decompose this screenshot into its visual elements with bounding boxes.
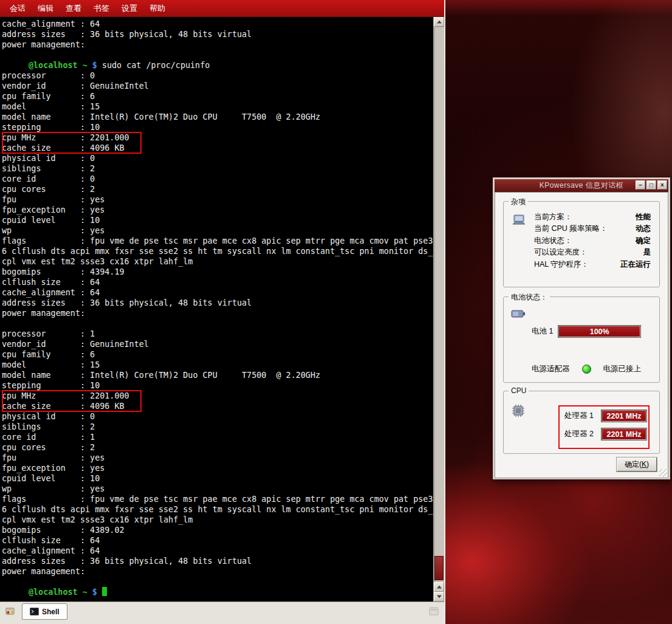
terminal-line: fpu_exception : yes (2, 463, 433, 473)
adapter-led-icon (582, 365, 591, 374)
terminal-scrollbar[interactable] (433, 17, 444, 602)
cpu-frequency-bar: 2201 MHz (601, 410, 647, 422)
terminal-line: siblings : 2 (2, 422, 433, 432)
menu-item[interactable]: 编辑 (32, 0, 60, 16)
terminal-line: cache size : 4096 KB (2, 143, 433, 153)
terminal-line: cpu MHz : 2201.000 (2, 132, 433, 143)
terminal-window: 会话编辑查看书签设置帮助 cache_alignment : 64address… (0, 0, 445, 624)
close-button[interactable]: × (657, 180, 667, 190)
scroll-up-button-bottom[interactable] (434, 582, 444, 592)
arrow-up-icon (437, 21, 442, 24)
cpu-row: 处理器 22201 MHz (564, 428, 647, 441)
terminal-line: 6 clflush dts acpi mmx fxsr sse sse2 ss … (2, 504, 433, 515)
misc-row-label: 当前方案： (534, 211, 572, 223)
scroll-up-button[interactable] (434, 17, 444, 27)
minimize-button[interactable]: – (636, 180, 645, 190)
misc-row-value: 性能 (636, 211, 651, 223)
terminal-menubar: 会话编辑查看书签设置帮助 (0, 0, 444, 17)
terminal-line: cpu family : 6 (2, 349, 433, 360)
terminal-line: vendor_id : GenuineIntel (2, 339, 433, 349)
terminal-line: core id : 1 (2, 432, 433, 442)
terminal-line: 6 clflush dts acpi mmx fxsr sse sse2 ss … (2, 246, 433, 256)
terminal-line: fpu_exception : yes (2, 205, 433, 215)
tab-label: Shell (42, 608, 60, 616)
prompt-line: @localhost ~ $ sudo cat /proc/cpuinfo (2, 60, 433, 70)
menu-item[interactable]: 查看 (60, 0, 87, 16)
scrollbar-thumb[interactable] (434, 556, 444, 580)
dialog-body: 杂项 当前方案：性能当前 CPU 频率策略：动态电池状态：确定可以设定亮度：是H… (495, 192, 668, 478)
kpowersave-dialog: KPowersave 信息对话框 –□× 杂项 当前方案：性能当前 CPU 频率… (492, 177, 671, 480)
terminal-line: address sizes : 36 bits physical, 48 bit… (2, 298, 433, 308)
maximize-button[interactable]: □ (646, 180, 656, 190)
cpu-group-title: CPU (509, 386, 529, 395)
terminal-line: cache size : 4096 KB (2, 401, 433, 411)
cpu-group: CPU 处理器 12201 MHz处理器 22201 MHz (503, 391, 660, 454)
terminal-line: vendor_id : GenuineIntel (2, 81, 433, 91)
terminal-line: bogomips : 4394.19 (2, 267, 433, 277)
battery-label: 电池 1 (532, 326, 553, 337)
prompt-host: @localhost ~ (29, 588, 92, 597)
arrow-down-icon (437, 595, 442, 598)
misc-row-label: HAL 守护程序： (534, 259, 589, 270)
cpu-icon (511, 403, 526, 420)
terminal-line: bogomips : 4389.02 (2, 525, 433, 535)
adapter-row: 电源适配器 电源已接上 (532, 364, 641, 374)
terminal-line: cache_alignment : 64 (2, 19, 433, 29)
menu-item[interactable]: 设置 (115, 0, 143, 16)
terminal-line: model name : Intel(R) Core(TM)2 Duo CPU … (2, 112, 433, 122)
scrollbar-track[interactable] (434, 27, 444, 582)
ok-button[interactable]: 确定(K) (617, 458, 657, 471)
terminal-line: address sizes : 36 bits physical, 48 bit… (2, 556, 433, 566)
terminal-area: cache_alignment : 64address sizes : 36 b… (0, 17, 444, 602)
terminal-line: processor : 0 (2, 70, 433, 81)
misc-row: 可以设定亮度：是 (534, 247, 651, 258)
terminal-line: model name : Intel(R) Core(TM)2 Duo CPU … (2, 370, 433, 380)
terminal-line: wp : yes (2, 225, 433, 236)
terminal-line: model : 15 (2, 101, 433, 112)
misc-row-value: 动态 (636, 223, 651, 235)
terminal-line: flags : fpu vme de pse tsc msr pae mce c… (2, 236, 433, 246)
terminal-line: stepping : 10 (2, 380, 433, 391)
terminal-line: clflush size : 64 (2, 277, 433, 287)
command-text: sudo cat /proc/cpuinfo (102, 61, 210, 70)
cpu-row-label: 处理器 1 (564, 411, 597, 421)
terminal-line: processor : 1 (2, 329, 433, 339)
misc-row-label: 电池状态： (534, 235, 572, 247)
prompt-symbol: $ (92, 588, 102, 597)
prompt-symbol: $ (92, 61, 102, 70)
session-list-button[interactable] (426, 603, 442, 619)
prompt-host: @localhost ~ (29, 61, 92, 70)
terminal-body[interactable]: cache_alignment : 64address sizes : 36 b… (0, 17, 433, 602)
terminal-line: fpu : yes (2, 453, 433, 463)
terminal-line: stepping : 10 (2, 122, 433, 132)
terminal-line: cpu family : 6 (2, 91, 433, 101)
new-session-button[interactable] (2, 603, 18, 619)
terminal-line: cpu cores : 2 (2, 442, 433, 453)
menu-item[interactable]: 书签 (87, 0, 115, 16)
terminal-line (2, 318, 433, 329)
battery-row: 电池 1 100% (532, 325, 641, 338)
dialog-titlebar[interactable]: KPowersave 信息对话框 –□× (495, 179, 668, 192)
misc-row-label: 可以设定亮度： (534, 247, 588, 258)
terminal-tabbar: Shell (0, 602, 444, 624)
scroll-down-button[interactable] (434, 592, 444, 602)
cpu-rows: 处理器 12201 MHz处理器 22201 MHz (564, 410, 647, 446)
battery-icon (511, 309, 526, 321)
terminal-line: fpu : yes (2, 194, 433, 205)
misc-group: 杂项 当前方案：性能当前 CPU 频率策略：动态电池状态：确定可以设定亮度：是H… (503, 201, 660, 287)
misc-row: HAL 守护程序：正在运行 (534, 259, 651, 270)
screen: 会话编辑查看书签设置帮助 cache_alignment : 64address… (0, 0, 672, 624)
terminal-line: siblings : 2 (2, 163, 433, 174)
misc-rows: 当前方案：性能当前 CPU 频率策略：动态电池状态：确定可以设定亮度：是HAL … (534, 211, 651, 270)
terminal-line: cpuid level : 10 (2, 473, 433, 484)
tab-shell[interactable]: Shell (22, 603, 67, 620)
menu-item[interactable]: 帮助 (143, 0, 171, 16)
resize-grip-icon[interactable] (659, 469, 667, 477)
misc-row-value: 确定 (636, 235, 651, 247)
misc-row: 当前 CPU 频率策略：动态 (534, 223, 651, 235)
terminal-line: cache_alignment : 64 (2, 546, 433, 556)
session-list-icon (429, 607, 439, 615)
menu-item[interactable]: 会话 (4, 0, 32, 16)
terminal-line: wp : yes (2, 484, 433, 494)
cpu-frequency-bar: 2201 MHz (601, 428, 647, 441)
